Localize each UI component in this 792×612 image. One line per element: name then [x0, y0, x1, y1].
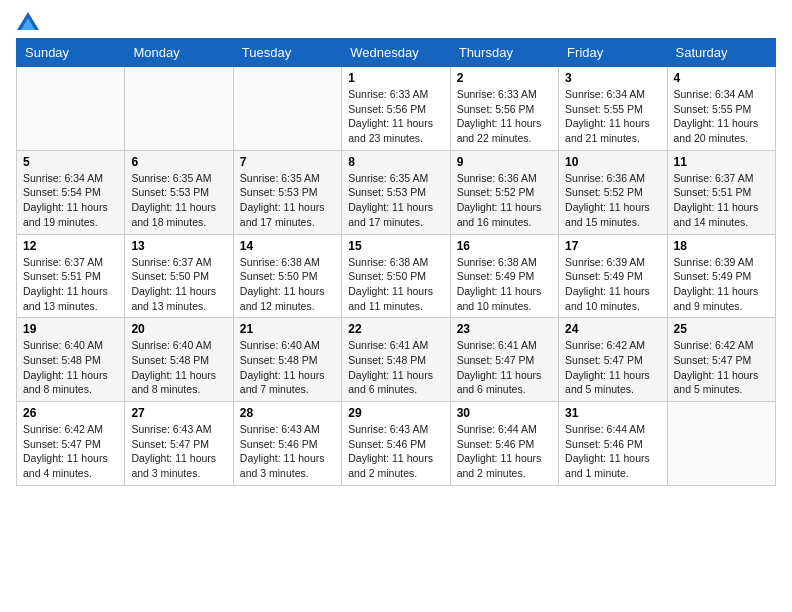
calendar-cell: 7Sunrise: 6:35 AMSunset: 5:53 PMDaylight…: [233, 150, 341, 234]
day-info: Sunrise: 6:44 AMSunset: 5:46 PMDaylight:…: [457, 422, 552, 481]
day-info: Sunrise: 6:35 AMSunset: 5:53 PMDaylight:…: [240, 171, 335, 230]
page-header: [16, 16, 776, 26]
day-info: Sunrise: 6:43 AMSunset: 5:46 PMDaylight:…: [348, 422, 443, 481]
calendar-cell: 25Sunrise: 6:42 AMSunset: 5:47 PMDayligh…: [667, 318, 775, 402]
calendar-cell: 15Sunrise: 6:38 AMSunset: 5:50 PMDayligh…: [342, 234, 450, 318]
calendar-cell: 14Sunrise: 6:38 AMSunset: 5:50 PMDayligh…: [233, 234, 341, 318]
day-number: 20: [131, 322, 226, 336]
day-info: Sunrise: 6:35 AMSunset: 5:53 PMDaylight:…: [348, 171, 443, 230]
day-number: 16: [457, 239, 552, 253]
day-number: 8: [348, 155, 443, 169]
calendar-cell: 29Sunrise: 6:43 AMSunset: 5:46 PMDayligh…: [342, 402, 450, 486]
calendar-cell: 8Sunrise: 6:35 AMSunset: 5:53 PMDaylight…: [342, 150, 450, 234]
day-number: 25: [674, 322, 769, 336]
calendar-week-row: 12Sunrise: 6:37 AMSunset: 5:51 PMDayligh…: [17, 234, 776, 318]
day-number: 27: [131, 406, 226, 420]
calendar-cell: 21Sunrise: 6:40 AMSunset: 5:48 PMDayligh…: [233, 318, 341, 402]
day-number: 10: [565, 155, 660, 169]
weekday-header-row: SundayMondayTuesdayWednesdayThursdayFrid…: [17, 39, 776, 67]
weekday-header-monday: Monday: [125, 39, 233, 67]
day-info: Sunrise: 6:42 AMSunset: 5:47 PMDaylight:…: [565, 338, 660, 397]
calendar-week-row: 26Sunrise: 6:42 AMSunset: 5:47 PMDayligh…: [17, 402, 776, 486]
day-number: 7: [240, 155, 335, 169]
calendar-cell: 11Sunrise: 6:37 AMSunset: 5:51 PMDayligh…: [667, 150, 775, 234]
calendar-cell: 13Sunrise: 6:37 AMSunset: 5:50 PMDayligh…: [125, 234, 233, 318]
day-number: 13: [131, 239, 226, 253]
day-number: 17: [565, 239, 660, 253]
calendar-cell: 22Sunrise: 6:41 AMSunset: 5:48 PMDayligh…: [342, 318, 450, 402]
day-number: 30: [457, 406, 552, 420]
calendar-cell: 4Sunrise: 6:34 AMSunset: 5:55 PMDaylight…: [667, 67, 775, 151]
day-info: Sunrise: 6:41 AMSunset: 5:48 PMDaylight:…: [348, 338, 443, 397]
day-info: Sunrise: 6:38 AMSunset: 5:50 PMDaylight:…: [348, 255, 443, 314]
day-number: 12: [23, 239, 118, 253]
calendar-cell: 5Sunrise: 6:34 AMSunset: 5:54 PMDaylight…: [17, 150, 125, 234]
calendar-cell: 1Sunrise: 6:33 AMSunset: 5:56 PMDaylight…: [342, 67, 450, 151]
day-number: 3: [565, 71, 660, 85]
day-info: Sunrise: 6:40 AMSunset: 5:48 PMDaylight:…: [23, 338, 118, 397]
day-info: Sunrise: 6:37 AMSunset: 5:50 PMDaylight:…: [131, 255, 226, 314]
day-info: Sunrise: 6:36 AMSunset: 5:52 PMDaylight:…: [565, 171, 660, 230]
day-info: Sunrise: 6:34 AMSunset: 5:54 PMDaylight:…: [23, 171, 118, 230]
calendar-cell: 2Sunrise: 6:33 AMSunset: 5:56 PMDaylight…: [450, 67, 558, 151]
calendar-cell: 16Sunrise: 6:38 AMSunset: 5:49 PMDayligh…: [450, 234, 558, 318]
day-info: Sunrise: 6:38 AMSunset: 5:50 PMDaylight:…: [240, 255, 335, 314]
logo-icon: [17, 12, 39, 30]
day-number: 4: [674, 71, 769, 85]
day-number: 28: [240, 406, 335, 420]
day-info: Sunrise: 6:33 AMSunset: 5:56 PMDaylight:…: [348, 87, 443, 146]
day-info: Sunrise: 6:37 AMSunset: 5:51 PMDaylight:…: [674, 171, 769, 230]
day-number: 6: [131, 155, 226, 169]
calendar-week-row: 19Sunrise: 6:40 AMSunset: 5:48 PMDayligh…: [17, 318, 776, 402]
calendar-cell: 31Sunrise: 6:44 AMSunset: 5:46 PMDayligh…: [559, 402, 667, 486]
day-info: Sunrise: 6:43 AMSunset: 5:47 PMDaylight:…: [131, 422, 226, 481]
calendar-cell: [17, 67, 125, 151]
day-info: Sunrise: 6:37 AMSunset: 5:51 PMDaylight:…: [23, 255, 118, 314]
calendar-cell: 3Sunrise: 6:34 AMSunset: 5:55 PMDaylight…: [559, 67, 667, 151]
calendar-cell: 18Sunrise: 6:39 AMSunset: 5:49 PMDayligh…: [667, 234, 775, 318]
calendar-cell: 12Sunrise: 6:37 AMSunset: 5:51 PMDayligh…: [17, 234, 125, 318]
calendar-table: SundayMondayTuesdayWednesdayThursdayFrid…: [16, 38, 776, 486]
day-info: Sunrise: 6:42 AMSunset: 5:47 PMDaylight:…: [23, 422, 118, 481]
day-number: 22: [348, 322, 443, 336]
calendar-week-row: 5Sunrise: 6:34 AMSunset: 5:54 PMDaylight…: [17, 150, 776, 234]
weekday-header-wednesday: Wednesday: [342, 39, 450, 67]
calendar-cell: 10Sunrise: 6:36 AMSunset: 5:52 PMDayligh…: [559, 150, 667, 234]
day-number: 2: [457, 71, 552, 85]
calendar-cell: [233, 67, 341, 151]
weekday-header-sunday: Sunday: [17, 39, 125, 67]
day-number: 5: [23, 155, 118, 169]
calendar-week-row: 1Sunrise: 6:33 AMSunset: 5:56 PMDaylight…: [17, 67, 776, 151]
weekday-header-tuesday: Tuesday: [233, 39, 341, 67]
day-info: Sunrise: 6:36 AMSunset: 5:52 PMDaylight:…: [457, 171, 552, 230]
day-number: 18: [674, 239, 769, 253]
day-number: 26: [23, 406, 118, 420]
calendar-cell: 30Sunrise: 6:44 AMSunset: 5:46 PMDayligh…: [450, 402, 558, 486]
calendar-cell: [667, 402, 775, 486]
weekday-header-friday: Friday: [559, 39, 667, 67]
day-info: Sunrise: 6:33 AMSunset: 5:56 PMDaylight:…: [457, 87, 552, 146]
logo: [16, 16, 39, 26]
weekday-header-saturday: Saturday: [667, 39, 775, 67]
day-info: Sunrise: 6:43 AMSunset: 5:46 PMDaylight:…: [240, 422, 335, 481]
calendar-cell: [125, 67, 233, 151]
day-number: 1: [348, 71, 443, 85]
calendar-cell: 26Sunrise: 6:42 AMSunset: 5:47 PMDayligh…: [17, 402, 125, 486]
day-info: Sunrise: 6:39 AMSunset: 5:49 PMDaylight:…: [674, 255, 769, 314]
day-info: Sunrise: 6:42 AMSunset: 5:47 PMDaylight:…: [674, 338, 769, 397]
day-info: Sunrise: 6:35 AMSunset: 5:53 PMDaylight:…: [131, 171, 226, 230]
day-number: 24: [565, 322, 660, 336]
day-number: 29: [348, 406, 443, 420]
day-number: 14: [240, 239, 335, 253]
calendar-cell: 20Sunrise: 6:40 AMSunset: 5:48 PMDayligh…: [125, 318, 233, 402]
calendar-cell: 24Sunrise: 6:42 AMSunset: 5:47 PMDayligh…: [559, 318, 667, 402]
day-number: 31: [565, 406, 660, 420]
calendar-cell: 28Sunrise: 6:43 AMSunset: 5:46 PMDayligh…: [233, 402, 341, 486]
calendar-cell: 19Sunrise: 6:40 AMSunset: 5:48 PMDayligh…: [17, 318, 125, 402]
day-number: 11: [674, 155, 769, 169]
day-info: Sunrise: 6:38 AMSunset: 5:49 PMDaylight:…: [457, 255, 552, 314]
calendar-cell: 17Sunrise: 6:39 AMSunset: 5:49 PMDayligh…: [559, 234, 667, 318]
day-info: Sunrise: 6:44 AMSunset: 5:46 PMDaylight:…: [565, 422, 660, 481]
day-number: 21: [240, 322, 335, 336]
weekday-header-thursday: Thursday: [450, 39, 558, 67]
